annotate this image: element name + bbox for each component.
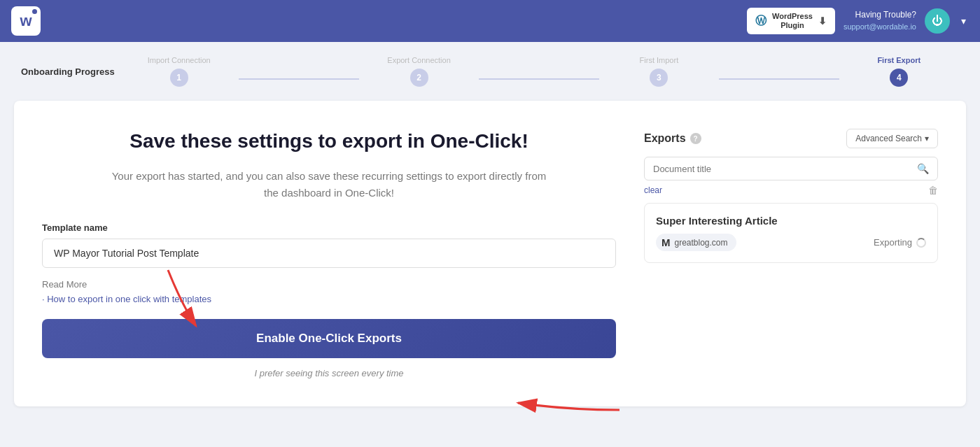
advanced-search-label: Advanced Search <box>855 134 922 143</box>
clear-link[interactable]: clear <box>644 185 662 195</box>
step-1-circle: 1 <box>170 69 188 87</box>
template-name-label: Template name <box>42 222 616 233</box>
chevron-down-icon[interactable]: ▾ <box>958 13 969 29</box>
step-4: First Export 4 <box>839 56 959 87</box>
header-right: Ⓦ WordPressPlugin ⬇ Having Trouble? supp… <box>747 8 969 34</box>
wordpress-icon: Ⓦ <box>755 14 766 29</box>
exporting-badge: Exporting <box>874 237 926 248</box>
exports-title: Exports ? <box>644 132 701 145</box>
search-input[interactable] <box>653 164 917 174</box>
export-item-bottom: M greatblog.com Exporting <box>656 234 926 251</box>
prefer-arrow-svg <box>511 382 623 424</box>
chevron-down-icon: ▾ <box>925 134 929 143</box>
page-title: Save these settings to export in One-Cli… <box>42 129 616 154</box>
wp-plugin-label: WordPressPlugin <box>772 12 813 30</box>
exporting-label: Exporting <box>874 237 912 248</box>
exports-header: Exports ? Advanced Search ▾ <box>644 129 938 148</box>
download-icon: ⬇ <box>818 15 827 27</box>
logo: w <box>11 6 41 36</box>
step-3: First Import 3 <box>599 56 719 87</box>
search-icon[interactable]: 🔍 <box>917 163 929 174</box>
content-layout: Save these settings to export in One-Cli… <box>42 129 938 378</box>
progress-steps: Import Connection 1 Export Connection 2 … <box>119 56 959 87</box>
main-content: Save these settings to export in One-Cli… <box>14 101 966 406</box>
exports-label: Exports <box>644 132 686 145</box>
step-4-label: First Export <box>877 56 920 64</box>
read-more-link[interactable]: · How to export in one click with templa… <box>42 294 211 304</box>
export-item-title: Super Interesting Article <box>656 215 926 227</box>
site-badge: M greatblog.com <box>656 234 736 251</box>
support-email[interactable]: support@wordable.io <box>844 22 916 31</box>
power-button[interactable]: ⏻ <box>925 8 950 34</box>
trouble-label: Having Trouble? <box>844 9 916 21</box>
site-name: greatblog.com <box>675 238 728 248</box>
subtitle: Your export has started, and you can als… <box>42 168 616 201</box>
trash-icon[interactable]: 🗑 <box>928 185 938 196</box>
logo-dot <box>32 9 37 14</box>
prefer-link[interactable]: I prefer seeing this screen every time <box>42 368 616 378</box>
progress-label: Onboarding Progress <box>21 66 119 77</box>
connector-1 <box>239 78 358 80</box>
logo-w: w <box>11 6 41 36</box>
connector-2 <box>479 78 598 80</box>
step-1-label: Import Connection <box>148 56 211 64</box>
connector-3 <box>719 78 839 80</box>
loading-spinner <box>916 238 926 248</box>
step-4-circle: 4 <box>890 69 908 87</box>
progress-bar: Onboarding Progress Import Connection 1 … <box>0 42 980 101</box>
export-item: Super Interesting Article M greatblog.co… <box>644 203 938 263</box>
help-icon[interactable]: ? <box>690 133 701 144</box>
prefer-section: I prefer seeing this screen every time <box>42 368 616 378</box>
step-2-circle: 2 <box>410 69 428 87</box>
step-1: Import Connection 1 <box>119 56 239 87</box>
step-3-circle: 3 <box>650 69 668 87</box>
button-section: Enable One-Click Exports <box>42 319 616 358</box>
advanced-search-button[interactable]: Advanced Search ▾ <box>846 129 938 148</box>
step-2: Export Connection 2 <box>359 56 479 87</box>
left-panel: Save these settings to export in One-Cli… <box>42 129 616 378</box>
right-panel: Exports ? Advanced Search ▾ 🔍 clear 🗑 Su… <box>644 129 938 378</box>
step-2-label: Export Connection <box>387 56 451 64</box>
trouble-text: Having Trouble? support@wordable.io <box>844 9 916 33</box>
enable-one-click-button[interactable]: Enable One-Click Exports <box>42 319 616 358</box>
wp-plugin-button[interactable]: Ⓦ WordPressPlugin ⬇ <box>747 8 835 34</box>
step-3-label: First Import <box>640 56 679 64</box>
search-bar: 🔍 <box>644 157 938 180</box>
medium-logo: M <box>662 236 671 248</box>
read-more-label: Read More <box>42 279 616 290</box>
template-name-input[interactable] <box>42 239 616 268</box>
app-header: w Ⓦ WordPressPlugin ⬇ Having Trouble? su… <box>0 0 980 42</box>
clear-row: clear 🗑 <box>644 185 938 196</box>
